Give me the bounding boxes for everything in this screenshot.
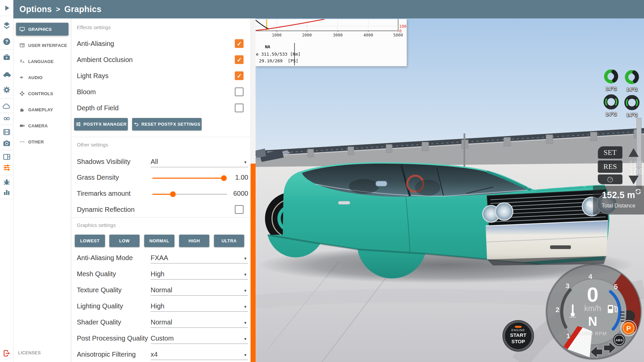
preset-high-button[interactable]: HIGH [179, 235, 209, 247]
tiremarks-value: 6000 [227, 190, 248, 197]
reset-postfx-button[interactable]: RESET POSTFX SETTINGS [132, 118, 202, 130]
x-tick: 3000 [328, 33, 348, 38]
cruise-res-button[interactable]: RES [598, 160, 623, 173]
rail-separator [0, 150, 13, 150]
rpm-scale-label: x1000 RPM [579, 331, 607, 336]
header: Options > Graphics [13, 0, 644, 18]
menu-item-graphics[interactable]: GRAPHICS [16, 23, 68, 36]
postfx-manager-button[interactable]: POSTFX MANAGER [74, 118, 128, 130]
cruise-set-button[interactable]: SET [598, 146, 623, 159]
tire-temp-icon [623, 94, 641, 111]
power-curve [256, 19, 325, 31]
cruise-control-widget: SET RES 100 100 [598, 146, 644, 185]
panel-scrollbar-track[interactable] [251, 18, 256, 362]
x-tick: 1000 [267, 33, 287, 38]
svg-text:5: 5 [614, 283, 618, 290]
breadcrumb-current: Graphics [64, 4, 102, 14]
setting-row-dynamic-reflection: Dynamic Reflection [77, 205, 241, 215]
graphics-settings-panel: Effects settings Anti-Aliasing Ambient O… [71, 18, 256, 362]
tune-icon[interactable] [2, 163, 11, 172]
setting-row-shadows-visibility: Shadows Visibility All [77, 157, 241, 167]
brake-temp-value: 14°C [623, 86, 641, 92]
aa-mode-select[interactable]: FXAA [151, 253, 248, 263]
preset-normal-button[interactable]: NORMAL [144, 235, 174, 247]
preset-lowest-button[interactable]: LOWEST [75, 235, 105, 247]
svg-text:4: 4 [588, 273, 592, 280]
front-bumper [486, 221, 608, 265]
abs-indicator: ABS [613, 334, 625, 346]
scenarios-icon[interactable] [2, 53, 11, 61]
breadcrumb-separator: > [56, 5, 60, 14]
licenses-link[interactable]: LICENSES [18, 350, 41, 355]
texture-quality-select[interactable]: Normal [151, 285, 248, 296]
panel-scrollbar-thumb[interactable] [251, 164, 256, 362]
anti-aliasing-checkbox[interactable] [235, 39, 244, 48]
menu-item-language[interactable]: A LANGUAGE [16, 55, 68, 68]
svg-text:3: 3 [566, 282, 570, 290]
power-readout: 29.10/269 [PS] [259, 58, 298, 63]
tiremarks-slider[interactable] [152, 190, 227, 198]
cruise-down-arrow[interactable] [629, 176, 639, 184]
grass-density-slider[interactable] [152, 174, 227, 182]
lighting-quality-select[interactable]: High [151, 301, 248, 312]
tune-icon [75, 121, 81, 127]
camera-icon[interactable] [2, 139, 11, 147]
engine-start-button[interactable] [503, 320, 534, 351]
menu-item-camera[interactable]: CAMERA [16, 119, 68, 132]
slider-thumb[interactable] [170, 191, 176, 197]
svg-text:A: A [22, 61, 24, 64]
preset-low-button[interactable]: LOW [109, 235, 140, 247]
bug-icon[interactable] [2, 178, 11, 186]
infinity-icon[interactable] [2, 114, 11, 123]
slider-thumb[interactable] [221, 175, 227, 181]
breadcrumb-root[interactable]: Options [19, 4, 52, 14]
setting-row-grass-density: Grass Density 1.00 [77, 173, 241, 183]
svg-text:2: 2 [555, 306, 559, 313]
replay-icon[interactable] [2, 128, 11, 136]
play-icon[interactable] [2, 4, 11, 12]
torque-readout: e 311.59/533 [Nm] [256, 52, 301, 57]
brake-temp-value: 14°C [602, 86, 621, 92]
mesh-quality-select[interactable]: High [151, 269, 248, 280]
cloud-icon[interactable] [2, 102, 11, 111]
menu-item-controls[interactable]: CONTROLS [16, 87, 68, 100]
menu-item-gameplay[interactable]: GAMEPLAY [16, 103, 68, 116]
preset-ultra-button[interactable]: ULTRA [214, 235, 244, 247]
rail-separator [0, 125, 13, 125]
section-title-graphics: Graphics settings [77, 222, 116, 228]
section-title-other: Other settings [77, 142, 108, 147]
help-icon[interactable]: ? [2, 37, 11, 46]
performance-icon[interactable] [2, 188, 11, 196]
anisotropic-filtering-select[interactable]: x4 [151, 349, 248, 360]
shadows-visibility-select[interactable]: All [151, 157, 248, 167]
menu-item-other[interactable]: OTHER [16, 135, 68, 148]
bloom-checkbox[interactable] [235, 87, 244, 96]
ambient-occlusion-checkbox[interactable] [235, 55, 244, 64]
monitor-icon [19, 26, 25, 32]
tachometer-gauge: P ABS 1 2 3 4 5 0 km/h N x1000 RPM [546, 264, 641, 359]
layers-icon[interactable] [2, 21, 11, 30]
dynamic-reflection-checkbox[interactable] [235, 205, 244, 214]
dots-icon [19, 139, 25, 145]
gear-icon[interactable] [2, 85, 11, 94]
tire-temp-icon [602, 93, 620, 111]
x-tick: 2000 [297, 33, 317, 38]
x-tick: 4000 [358, 33, 378, 38]
exit-icon[interactable] [2, 349, 11, 358]
menu-item-user-interface[interactable]: USER INTERFACE [16, 39, 68, 52]
depth-of-field-checkbox[interactable] [235, 104, 244, 112]
setting-row-anisotropic-filtering: Anisotropic Filtering x4 [77, 350, 241, 360]
postprocessing-quality-select[interactable]: Custom [151, 333, 248, 344]
vehicles-icon[interactable] [2, 69, 11, 78]
section-divider [71, 137, 251, 137]
y-tick-zero: 0 [399, 29, 401, 34]
shader-quality-select[interactable]: Normal [151, 317, 248, 328]
light-rays-checkbox[interactable] [235, 71, 244, 80]
menu-item-audio[interactable]: AUDIO [16, 71, 68, 84]
cruise-gauge-button[interactable] [598, 174, 623, 184]
apps-icon[interactable] [2, 153, 11, 161]
cruise-up-arrow[interactable] [629, 148, 639, 157]
setting-row-anti-aliasing: Anti-Aliasing [77, 39, 241, 49]
svg-text:?: ? [5, 39, 8, 44]
setting-row-lighting-quality: Lighting Quality High [77, 302, 241, 312]
